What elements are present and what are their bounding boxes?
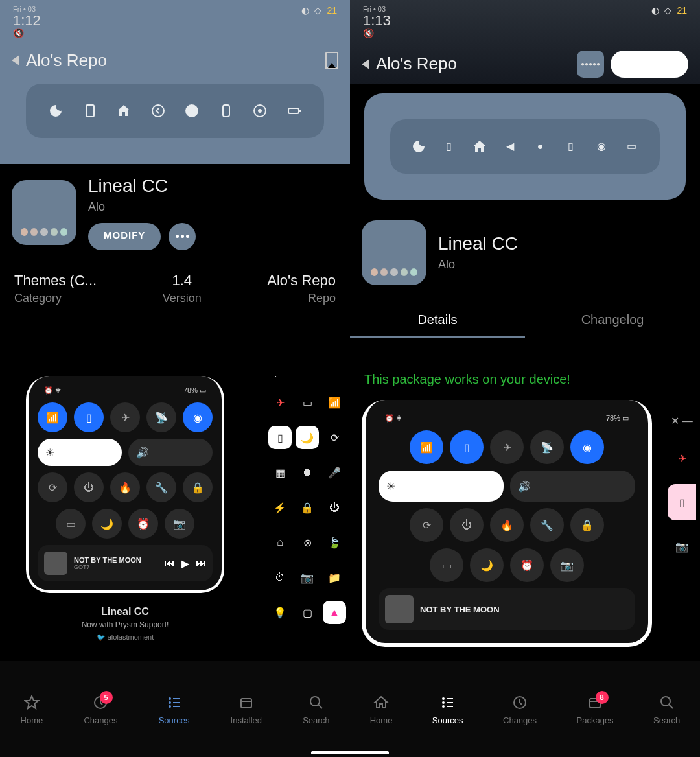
svg-point-1 — [152, 105, 164, 117]
cc-bt-icon: ▯ — [450, 430, 484, 464]
brightness-slider: ☀ — [38, 439, 122, 466]
back-round-icon — [149, 102, 167, 120]
nav-packages[interactable]: 8Packages — [577, 693, 614, 725]
clock-icon — [511, 693, 529, 712]
cc-sync-icon: ⟳ — [410, 508, 443, 542]
volume-icon: 🔇 — [363, 29, 391, 38]
preview-phone: ⏰ ✱78% ▭ 📶 ▯ ✈ 📡 ◉ ☀ 🔊 ⟳⏻🔥🔧🔒 ▭🌙⏰📷 — [26, 376, 224, 593]
np-artist: GOT7 — [74, 564, 158, 570]
action-button[interactable] — [611, 51, 688, 78]
cc-lock-icon: 🔒 — [570, 508, 604, 542]
page-header: Alo's Repo — [0, 44, 350, 77]
nav-installed[interactable]: Installed — [231, 693, 262, 725]
package-mini-icon[interactable]: ●●●●● — [577, 51, 604, 78]
package-icon — [12, 180, 76, 245]
nav-sources[interactable]: Sources — [432, 693, 463, 725]
cell-icon: ▭ — [296, 391, 319, 414]
nav-right: Home Sources Changes 8Packages Search — [350, 661, 700, 757]
sync-icon: ⟳ — [323, 426, 346, 449]
nav-left: Home 5Changes Sources Installed Search — [0, 661, 350, 757]
pill-icon: ◐ — [301, 5, 309, 16]
promo-handle: 🐦 alolastmoment — [13, 633, 237, 642]
search-icon — [307, 693, 325, 712]
status-time: 1:13 — [363, 13, 391, 29]
svg-rect-22 — [447, 706, 453, 707]
nav-home[interactable]: Home — [370, 693, 393, 725]
battery-icon — [285, 102, 303, 120]
home-icon — [471, 137, 489, 156]
home-icon — [372, 693, 390, 712]
cc-alarm-icon: ⏰ — [128, 509, 158, 539]
home2-icon: ⌂ — [268, 531, 292, 554]
tabs: Details Changelog — [350, 303, 700, 338]
cc-wrench-icon: 🔧 — [146, 472, 176, 502]
brightness-slider: ☀ — [379, 471, 504, 502]
cc-power-icon: ⏻ — [450, 508, 484, 542]
nav-search[interactable]: Search — [653, 693, 680, 725]
package-header: Lineal CC Alo MODIFY — [0, 164, 350, 262]
bluetooth-icon: ▯ — [562, 137, 580, 156]
package-author: Alo — [438, 258, 518, 272]
screenshot-2: Fri • 03 1:13 🔇 ◐ ◇ 21 Alo's Repo ●●●●● … — [350, 0, 700, 363]
packages-badge: 8 — [596, 691, 609, 704]
svg-point-21 — [442, 705, 445, 708]
nav-search[interactable]: Search — [303, 693, 329, 725]
album-art — [385, 595, 414, 623]
back-icon[interactable] — [362, 59, 369, 69]
cc-airplane-icon: ✈ — [110, 402, 140, 432]
package-author: Alo — [88, 200, 196, 214]
package-header: Lineal CC Alo — [350, 209, 700, 297]
svg-point-9 — [169, 697, 171, 700]
folder-icon: 📁 — [323, 566, 346, 589]
moon-box-icon: 🌙 — [296, 426, 319, 449]
back-icon[interactable] — [12, 55, 19, 65]
cc-hotspot-icon: 📡 — [146, 402, 176, 432]
device-icon: ▯ — [440, 137, 458, 156]
record-icon: ⏺ — [296, 461, 319, 484]
battery-pct: 21 — [677, 5, 687, 16]
hero-banner: Fri • 03 1:12 🔇 ◐ ◇ 21 Alo's Repo — [0, 0, 350, 164]
cc-power-icon: ⏻ — [74, 472, 104, 502]
pill-icon: ◐ — [651, 5, 659, 16]
close-icon: ⊗ — [296, 531, 319, 554]
svg-rect-0 — [86, 105, 94, 117]
strip-camera-icon: 📷 — [670, 535, 694, 558]
nav-home[interactable]: Home — [21, 693, 43, 725]
nav-changes[interactable]: Changes — [503, 693, 537, 725]
target-icon: ◉ — [592, 137, 611, 156]
timer-icon: ⏱ — [268, 566, 292, 589]
volume-icon: 🔇 — [13, 29, 41, 38]
battery-pct: 21 — [327, 5, 337, 16]
icon-tray — [26, 84, 324, 138]
version-value: 1.4 — [163, 272, 202, 289]
svg-rect-15 — [241, 699, 251, 708]
icon-grid: ✈▭📶▯📡 ▯🌙⟳💡▭ ▦⏺🎤⚑▭ ⚡🔒⏻🚀🛡 ⌂⊗🍃🛡 ⏱📷📁📝▭ 💡▢▲☾ — [257, 383, 350, 632]
svg-rect-6 — [288, 108, 299, 113]
more-button[interactable] — [169, 223, 196, 250]
nav-sources[interactable]: Sources — [159, 693, 190, 725]
strip-close-icon: ✕ — — [670, 409, 694, 432]
bookmark-icon[interactable] — [325, 52, 338, 69]
cc-camera-icon: 📷 — [165, 509, 194, 539]
preview-battery: 78% — [183, 386, 198, 394]
ig-icon: ▢ — [296, 601, 319, 624]
repo-value: Alo's Repo — [267, 272, 336, 289]
tab-details[interactable]: Details — [350, 303, 525, 338]
cam-icon: 📷 — [296, 566, 319, 589]
status-day: Fri • 03 — [13, 5, 41, 13]
tab-changelog[interactable]: Changelog — [525, 303, 700, 338]
volume-slider: 🔊 — [510, 471, 635, 502]
volume-slider: 🔊 — [128, 439, 213, 466]
modify-button[interactable]: MODIFY — [88, 223, 161, 250]
svg-rect-14 — [173, 706, 180, 707]
package-icon — [362, 220, 426, 285]
nav-changes[interactable]: 5Changes — [84, 693, 117, 725]
home-indicator — [311, 751, 389, 754]
package-name: Lineal CC — [438, 233, 518, 254]
idea-icon: 💡 — [268, 601, 292, 624]
calc-icon: ▦ — [268, 461, 292, 484]
cc-wifi-icon: 📶 — [410, 430, 443, 464]
cc-sync-icon: ⟳ — [38, 472, 67, 502]
cc-moon-icon: 🌙 — [92, 509, 122, 539]
repo-label: Repo — [267, 292, 336, 305]
